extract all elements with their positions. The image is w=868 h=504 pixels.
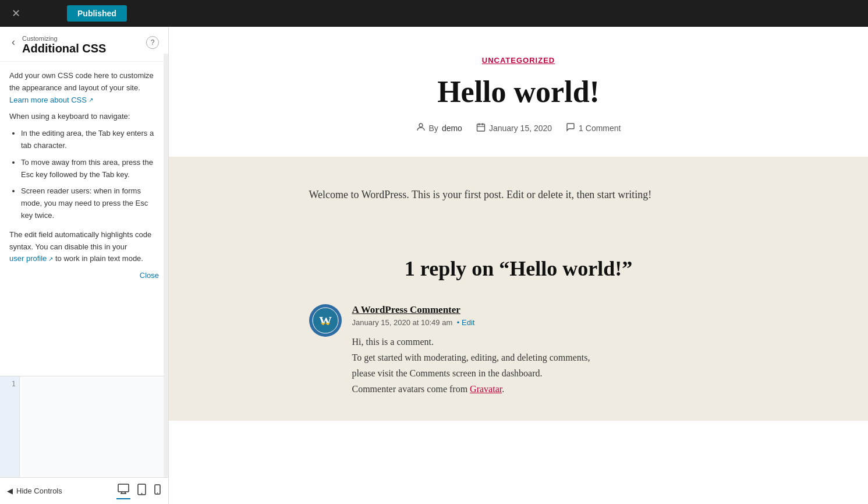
external-link-icon: ↗ <box>88 96 93 105</box>
date-meta: January 15, 2020 <box>476 122 552 133</box>
bullet-item-3: Screen reader users: when in forms mode,… <box>21 185 159 221</box>
sidebar-header: ‹ Customizing Additional CSS ? <box>0 27 168 62</box>
author-link[interactable]: demo <box>442 124 462 133</box>
sidebar-scrollbar[interactable] <box>164 54 168 477</box>
keyboard-bullet-list: In the editing area, the Tab key enters … <box>9 128 159 222</box>
comments-inner: 1 reply on “Hello world!” W <box>309 256 728 397</box>
svg-rect-0 <box>118 484 129 492</box>
sidebar-content: Add your own CSS code here to customize … <box>0 62 168 376</box>
bullet-item-1: In the editing area, the Tab key enters … <box>21 128 159 152</box>
author-prefix: By <box>429 124 438 133</box>
svg-text:W: W <box>319 313 332 328</box>
description-text: Add your own CSS code here to customize … <box>9 70 159 106</box>
author-meta: By demo <box>416 122 462 133</box>
published-button[interactable]: Published <box>67 5 127 22</box>
svg-rect-9 <box>477 124 484 131</box>
post-date: January 15, 2020 <box>489 124 552 133</box>
device-icons <box>116 482 162 499</box>
comment-line-3: please visit the Comments screen in the … <box>352 365 728 381</box>
comment-edit-link[interactable]: • Edit <box>457 318 475 327</box>
main-layout: ‹ Customizing Additional CSS ? Add your … <box>0 27 868 504</box>
external-link-icon-2: ↗ <box>48 255 53 264</box>
comments-title: 1 reply on “Hello world!” <box>309 256 728 281</box>
comment-item: W A WordPress Commenter January 15, 2020… <box>309 304 728 397</box>
svg-point-5 <box>141 493 143 494</box>
post-body: Welcome to WordPress. This is your first… <box>169 157 868 256</box>
post-content: Welcome to WordPress. This is your first… <box>309 186 728 204</box>
svg-point-8 <box>419 124 423 127</box>
commenter-avatar: W <box>309 304 342 337</box>
sidebar: ‹ Customizing Additional CSS ? Add your … <box>0 27 169 504</box>
comments-meta: 1 Comment <box>566 122 621 133</box>
post-body-inner: Welcome to WordPress. This is your first… <box>309 186 728 204</box>
post-meta: By demo January 15, 2020 <box>180 122 856 133</box>
svg-point-7 <box>157 492 158 494</box>
bullet-item-2: To move away from this area, press the E… <box>21 157 159 181</box>
author-icon <box>416 122 426 133</box>
calendar-icon <box>476 122 486 133</box>
post-title: Hello world! <box>180 75 856 108</box>
back-button[interactable]: ‹ <box>9 36 17 48</box>
comment-body: A WordPress Commenter January 15, 2020 a… <box>352 304 728 397</box>
comment-line-1: Hi, this is a comment. <box>352 334 728 350</box>
sidebar-title-block: Customizing Additional CSS <box>22 35 141 55</box>
help-button[interactable]: ? <box>146 36 159 49</box>
hide-controls-button[interactable]: ◀ Hide Controls <box>7 487 62 495</box>
post-header: UNCATEGORIZED Hello world! By demo <box>169 27 868 157</box>
tablet-view-button[interactable] <box>136 482 147 499</box>
edit-field-note: The edit field automatically highlights … <box>9 229 159 265</box>
comments-section: 1 reply on “Hello world!” W <box>169 256 868 421</box>
comment-date: January 15, 2020 at 10:49 am • Edit <box>352 318 728 327</box>
learn-more-link[interactable]: Learn more about CSS ↗ <box>9 94 93 107</box>
top-bar: ✕ Published <box>0 0 868 27</box>
comment-line-2: To get started with moderating, editing,… <box>352 350 728 365</box>
gravatar-link[interactable]: Gravatar <box>470 384 502 394</box>
bottom-bar: ◀ Hide Controls <box>0 477 169 504</box>
close-link[interactable]: Close <box>9 270 159 282</box>
keyboard-heading: When using a keyboard to navigate: <box>9 111 159 123</box>
close-button[interactable]: ✕ <box>7 6 25 21</box>
customizing-label: Customizing <box>22 35 141 42</box>
post-category[interactable]: UNCATEGORIZED <box>180 56 856 65</box>
comment-text: Hi, this is a comment. To get started wi… <box>352 334 728 397</box>
desktop-view-button[interactable] <box>116 482 130 499</box>
comments-count: 1 Comment <box>579 124 621 133</box>
comment-icon <box>566 122 575 133</box>
user-profile-link[interactable]: user profile ↗ <box>9 253 53 265</box>
sidebar-title: Additional CSS <box>22 42 141 55</box>
preview-area[interactable]: UNCATEGORIZED Hello world! By demo <box>169 27 868 504</box>
hide-controls-arrow-icon: ◀ <box>7 487 13 495</box>
commenter-name-link[interactable]: A WordPress Commenter <box>352 304 728 316</box>
mobile-view-button[interactable] <box>153 483 162 499</box>
comment-line-4: Commenter avatars come from Gravatar. <box>352 381 728 397</box>
